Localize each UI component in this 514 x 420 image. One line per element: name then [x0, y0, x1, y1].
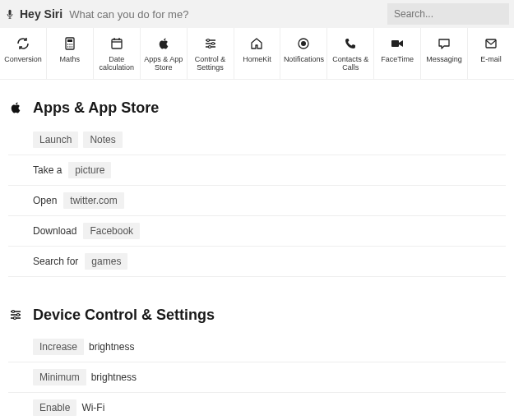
command-row[interactable]: Search forgames — [8, 247, 506, 277]
section: Apps & App StoreLaunchNotesTake apicture… — [8, 99, 506, 277]
command-row[interactable]: DownloadFacebook — [8, 216, 506, 247]
nav-item-messaging[interactable]: Messaging — [421, 28, 468, 79]
command-parameter: twitter.com — [63, 192, 123, 209]
command-parameter: Facebook — [83, 223, 140, 239]
command-parameter: Notes — [83, 132, 122, 148]
nav-label: HomeKit — [236, 55, 279, 63]
nav-label: Notifications — [282, 55, 325, 63]
sliders-icon — [8, 308, 23, 321]
mail-icon — [470, 36, 512, 51]
command-text: Download — [33, 225, 76, 237]
command-text: Search for — [33, 256, 78, 267]
nav-item-maths[interactable]: Maths — [47, 28, 94, 79]
nav-item-contacts-calls[interactable]: Contacts & Calls — [327, 28, 374, 79]
command-row[interactable]: LaunchNotes — [8, 130, 506, 155]
section-head: Apps & App Store — [8, 99, 506, 117]
nav-item-date-calculation[interactable]: Date calculation — [94, 28, 141, 79]
home-icon — [236, 36, 279, 51]
command-text: brightness — [91, 372, 137, 383]
nav-label: Date calculation — [95, 55, 138, 72]
nav-item-conversion[interactable]: Conversion — [0, 28, 47, 79]
hey-siri-label: Hey Siri — [20, 7, 63, 21]
refresh-icon — [2, 36, 44, 51]
command-text: brightness — [89, 341, 134, 353]
prompt-input[interactable] — [69, 8, 387, 21]
command-parameter: Launch — [33, 132, 78, 148]
command-parameter: games — [85, 253, 127, 270]
mic-icon — [5, 7, 15, 21]
command-row[interactable]: Increasebrightness — [8, 337, 506, 362]
nav-label: Control & Settings — [189, 55, 232, 72]
sliders-icon — [189, 36, 232, 51]
command-parameter: Increase — [33, 339, 84, 355]
nav-item-e-mail[interactable]: E-mail — [468, 28, 514, 79]
apple-icon — [8, 101, 23, 114]
nav-item-homekit[interactable]: HomeKit — [234, 28, 281, 79]
navbar: ConversionMathsDate calculationApps & Ap… — [0, 28, 514, 80]
command-parameter: Enable — [33, 399, 76, 416]
command-row[interactable]: Take apicture — [8, 155, 506, 186]
section-title: Device Control & Settings — [33, 307, 215, 324]
nav-item-control-settings[interactable]: Control & Settings — [188, 28, 234, 79]
section-title: Apps & App Store — [33, 99, 159, 117]
command-parameter: Minimum — [33, 369, 86, 385]
nav-label: Conversion — [2, 55, 44, 63]
nav-label: Maths — [49, 55, 91, 63]
nav-label: FaceTime — [376, 55, 419, 63]
calendar-icon — [95, 36, 138, 51]
content: Apps & App StoreLaunchNotesTake apicture… — [0, 80, 514, 420]
command-text: Take a — [33, 164, 62, 176]
nav-item-facetime[interactable]: FaceTime — [374, 28, 421, 79]
command-text: Wi-Fi — [81, 402, 104, 413]
command-parameter: picture — [68, 162, 111, 178]
chat-icon — [423, 36, 465, 51]
section-head: Device Control & Settings — [8, 307, 506, 324]
nav-label: E-mail — [470, 55, 512, 63]
circle-dot-icon — [282, 36, 325, 51]
nav-label: Apps & App Store — [142, 55, 185, 72]
phone-icon — [329, 36, 372, 51]
command-row[interactable]: Opentwitter.com — [8, 186, 506, 216]
search-input[interactable] — [387, 3, 509, 25]
apple-icon — [142, 36, 185, 51]
section: Device Control & SettingsIncreasebrightn… — [8, 307, 506, 420]
nav-label: Contacts & Calls — [329, 55, 372, 72]
nav-item-notifications[interactable]: Notifications — [280, 28, 327, 79]
command-text: Open — [33, 195, 57, 206]
video-icon — [376, 36, 419, 51]
topbar: Hey Siri — [0, 0, 514, 28]
nav-item-apps-app-store[interactable]: Apps & App Store — [141, 28, 188, 79]
nav-label: Messaging — [423, 55, 465, 63]
command-row[interactable]: EnableWi-Fi — [8, 393, 506, 420]
command-row[interactable]: Minimumbrightness — [8, 362, 506, 393]
calculator-icon — [49, 36, 91, 51]
